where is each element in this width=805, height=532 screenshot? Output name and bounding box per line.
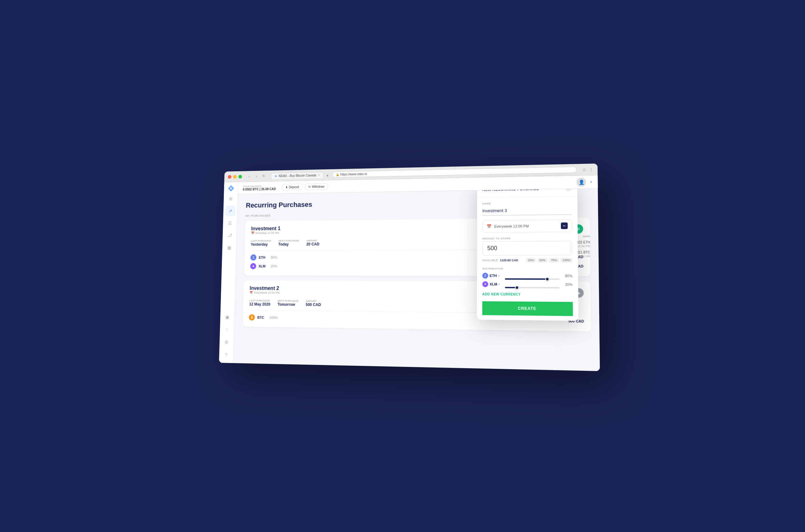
amount-label: AMOUNT TO SPEND [482,236,572,240]
sidebar-item-documents[interactable]: ☰ [224,217,236,228]
card-1-schedule: 📅 Everyday 12:00 PM [251,231,280,234]
calendar-icon-2: 📅 [249,291,253,294]
name-input[interactable] [482,205,572,216]
sidebar-item-help[interactable]: ? [221,349,231,360]
eth-dropdown-chevron[interactable]: ▾ [498,274,500,277]
card-1-title: Investment 1 [251,226,280,231]
eth-dist-name: ETH [489,273,497,278]
amount-value-2: 500 CAD [305,302,321,307]
xlm-dist-icon: ✦ [482,281,488,287]
address-bar[interactable]: 🔒 https://www.ndax.io [332,166,577,177]
deposit-icon: ⬇ [285,185,288,189]
modal-new-recurring-purchase: NEW RECURRING PURCHASE × NAME 📅 Everywee… [477,180,578,321]
eth-slider[interactable] [505,278,560,280]
browser-window: ‹ › ↻ ◈ NDAX - Buy Bitcoin Canada × + 🔒 … [219,164,600,371]
eth-icon-1: Ξ [250,254,257,260]
calendar-icon-modal: 📅 [487,224,491,228]
modal-body: NAME 📅 Everyweek 12:00 PM ✏ AMOUNT TO SP… [477,196,578,321]
pct-50-button[interactable]: 50% [538,258,548,262]
back-button[interactable]: ‹ [247,173,252,179]
last-purchase-label-2: LAST PURCHASE [249,299,270,302]
xlm-pct: 20% [562,282,573,286]
add-currency-button[interactable]: ADD NEW CURRENCY [482,291,521,297]
close-button[interactable] [228,175,231,178]
available-label: AVAILABLE [482,259,498,262]
tab-close-icon[interactable]: × [318,173,320,177]
next-purchase-label-2: NEXT PURCHASE [278,299,299,302]
amount-value-1: 20 CAD [306,242,319,246]
eth-slider-container [505,275,560,276]
new-tab-button[interactable]: + [325,172,330,178]
trending-icon: ↗ [228,208,232,213]
next-purchase-value-2: Tomorrow [278,302,299,307]
sidebar-item-trending[interactable]: ↗ [225,205,236,216]
pct-75-button[interactable]: 75% [549,258,559,262]
app-container: YOUR BALANCE 0.0502 BTC | 26.08 CAD ⬇ De… [219,175,600,371]
user-menu-chevron[interactable]: ▾ [590,179,593,184]
last-purchase-value-1: Yesterday [251,242,271,247]
pct-25-button[interactable]: 25% [526,258,536,262]
document-icon: ☰ [228,221,232,225]
create-button[interactable]: CREATE [482,301,573,316]
dist-row-xlm: ✦ XLM ▾ 20% [482,281,573,287]
active-tab[interactable]: ◈ NDAX - Buy Bitcoin Canada × [271,172,324,178]
sidebar-item-storage[interactable]: ▦ [224,242,235,253]
user-avatar[interactable]: 👤 [576,177,586,187]
withdraw-button[interactable]: ↻ Withdraw [305,183,328,190]
top-bar-actions: ⬇ Deposit ↻ Withdraw [282,183,328,191]
name-field-group: NAME [482,201,572,216]
xlm-dropdown-chevron[interactable]: ▾ [499,283,500,285]
deposit-button[interactable]: ⬇ Deposit [282,184,302,190]
monitor-icon: ▣ [225,315,229,320]
sidebar-item-settings[interactable]: ⚙ [221,336,232,348]
schedule-edit-button[interactable]: ✏ [561,222,568,229]
minimize-button[interactable] [233,174,237,178]
currency-selector[interactable]: CAD ▾ [570,243,573,253]
url-text: https://www.ndax.io [340,172,367,176]
schedule-group: 📅 Everyweek 12:00 PM ✏ [482,219,572,232]
card-2-title: Investment 2 [249,285,280,291]
help-icon: ? [225,352,228,357]
calendar-icon: 📅 [251,231,255,235]
available-amount: 1120.82 CAD [500,259,519,262]
amount-group: AMOUNT TO SPEND CAD ▾ AVAILABLE 1120.82 … [482,236,573,263]
deposit-label: Deposit [289,185,299,189]
sidebar-item-upload[interactable]: ↑ [222,324,232,335]
xlm-slider[interactable] [505,287,560,288]
next-purchase-label-1: NEXT PURCHASE [278,239,299,242]
withdraw-icon: ↻ [308,185,311,189]
amount-input[interactable] [483,241,570,255]
xlm-dist-name: XLM [489,282,497,286]
pct-100-button[interactable]: 100% [560,258,572,262]
forward-button[interactable]: › [254,173,259,178]
eth-name-1: ETH [259,255,268,260]
xlm-slider-container [505,284,560,285]
storage-icon: ▦ [227,245,231,250]
card-2-schedule: 📅 Everyweek 12:00 PM [249,291,280,294]
bookmark-button[interactable]: ☆ [582,167,587,172]
browser-tabs: ◈ NDAX - Buy Bitcoin Canada × + [271,172,330,179]
browser-nav: ‹ › ↻ [247,173,266,179]
maximize-button[interactable] [238,174,242,178]
settings-icon: ⚙ [224,340,228,345]
pct-buttons: 25% 50% 75% 100% [526,258,573,263]
name-field-label: NAME [482,201,572,205]
upload-icon: ↑ [226,327,228,332]
xlm-icon-1: ✦ [250,263,256,269]
amount-label-2: AMOUNT [306,299,321,302]
logo [227,185,235,192]
next-purchase-value-1: Today [278,242,299,247]
eth-dist-icon: Ξ [482,272,488,279]
traffic-lights [228,174,242,178]
btc-icon-2: ₿ [249,314,255,321]
dist-currency-xlm: ✦ XLM ▾ [482,281,502,287]
lock-icon: 🔒 [336,173,339,176]
schedule-row: 📅 Everyweek 12:00 PM ✏ [482,219,572,232]
reload-button[interactable]: ↻ [261,173,266,178]
sidebar-item-monitor[interactable]: ▣ [222,311,233,322]
dist-row-eth: Ξ ETH ▾ 80% [482,272,573,279]
sidebar-item-dashboard[interactable]: ⊞ [225,193,236,204]
sidebar-item-share[interactable]: ⎇ [224,230,235,241]
eth-pct: 80% [562,273,573,278]
menu-button[interactable]: ⋮ [588,167,594,172]
